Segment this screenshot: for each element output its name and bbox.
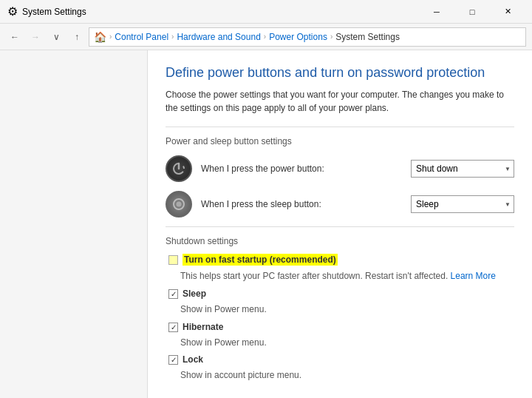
fast-startup-checkbox-wrapper[interactable]: Turn on fast startup (recommended): [168, 254, 338, 266]
hibernate-setting-row: Hibernate: [166, 322, 514, 332]
sleep-setting-desc: Show in Power menu.: [166, 303, 514, 316]
title-bar-text: System Settings: [22, 7, 86, 17]
power-sleep-section-label: Power and sleep button settings: [166, 136, 514, 146]
learn-more-link[interactable]: Learn More: [451, 271, 496, 281]
power-button-label: When I press the power button:: [201, 163, 402, 174]
sleep-button-dropdown[interactable]: Do nothing Sleep Hibernate Shut down ▼: [411, 195, 514, 213]
forward-button[interactable]: →: [27, 28, 44, 46]
sleep-button-label: When I press the sleep button:: [201, 199, 402, 209]
power-svg-icon: [171, 161, 187, 177]
title-bar-controls: ─ □ ✕: [420, 3, 525, 21]
sleep-setting-row: Sleep: [166, 289, 514, 299]
svg-point-3: [177, 202, 182, 207]
main-layout: Define power buttons and turn on passwor…: [0, 50, 532, 398]
hibernate-setting-checkbox-wrapper[interactable]: Hibernate: [168, 322, 223, 332]
breadcrumb-system-settings: System Settings: [335, 32, 400, 42]
sleep-button-icon: [166, 191, 192, 217]
lock-setting-checkbox-wrapper[interactable]: Lock: [168, 354, 203, 365]
power-button-dropdown[interactable]: Do nothing Sleep Hibernate Shut down Tur…: [411, 160, 514, 178]
sleep-setting-label: Sleep: [183, 289, 206, 299]
page-title: Define power buttons and turn on passwor…: [166, 65, 514, 81]
page-description: Choose the power settings that you want …: [166, 88, 514, 115]
close-button[interactable]: ✕: [491, 3, 525, 21]
lock-setting-label: Lock: [183, 354, 203, 365]
hibernate-setting-desc: Show in Power menu.: [166, 337, 514, 349]
power-button-row: When I press the power button: Do nothin…: [166, 155, 514, 182]
sleep-button-row: When I press the sleep button: Do nothin…: [166, 191, 514, 217]
sleep-svg-icon: [171, 196, 187, 212]
lock-setting-checkbox[interactable]: [168, 355, 178, 365]
content-area: Define power buttons and turn on passwor…: [148, 50, 532, 398]
breadcrumb-control-panel[interactable]: Control Panel: [115, 32, 168, 42]
lock-setting-row: Lock: [166, 354, 514, 365]
shutdown-section-label: Shutdown settings: [166, 236, 514, 246]
fast-startup-desc: This helps start your PC faster after sh…: [166, 270, 514, 283]
breadcrumb-power-options[interactable]: Power Options: [269, 32, 327, 42]
divider-1: [166, 127, 514, 127]
title-bar: ⚙ System Settings ─ □ ✕: [0, 0, 532, 24]
dropdown-button[interactable]: ∨: [47, 28, 65, 46]
sidebar: [0, 50, 148, 398]
sleep-button-select[interactable]: Do nothing Sleep Hibernate Shut down: [416, 198, 509, 211]
sleep-setting-checkbox-wrapper[interactable]: Sleep: [168, 289, 206, 299]
nav-bar: ← → ∨ ↑ 🏠 › Control Panel › Hardware and…: [0, 24, 532, 50]
minimize-button[interactable]: ─: [420, 3, 454, 21]
up-button[interactable]: ↑: [68, 28, 86, 46]
fast-startup-label: Turn on fast startup (recommended): [183, 254, 338, 266]
power-button-icon: [166, 155, 192, 182]
breadcrumb-hardware-sound[interactable]: Hardware and Sound: [177, 32, 260, 42]
divider-2: [166, 226, 514, 227]
lock-setting-desc: Show in account picture menu.: [166, 369, 514, 382]
sleep-setting-checkbox[interactable]: [168, 289, 178, 299]
fast-startup-checkbox[interactable]: [168, 255, 178, 265]
hibernate-setting-checkbox[interactable]: [168, 323, 178, 332]
home-icon: 🏠: [94, 31, 106, 43]
fast-startup-row: Turn on fast startup (recommended): [166, 254, 514, 266]
power-button-select[interactable]: Do nothing Sleep Hibernate Shut down Tur…: [416, 162, 509, 175]
back-button[interactable]: ←: [6, 28, 24, 46]
maximize-button[interactable]: □: [455, 3, 489, 21]
breadcrumb: 🏠 › Control Panel › Hardware and Sound ›…: [89, 27, 526, 47]
app-icon: ⚙: [7, 4, 18, 18]
hibernate-setting-label: Hibernate: [183, 322, 223, 332]
